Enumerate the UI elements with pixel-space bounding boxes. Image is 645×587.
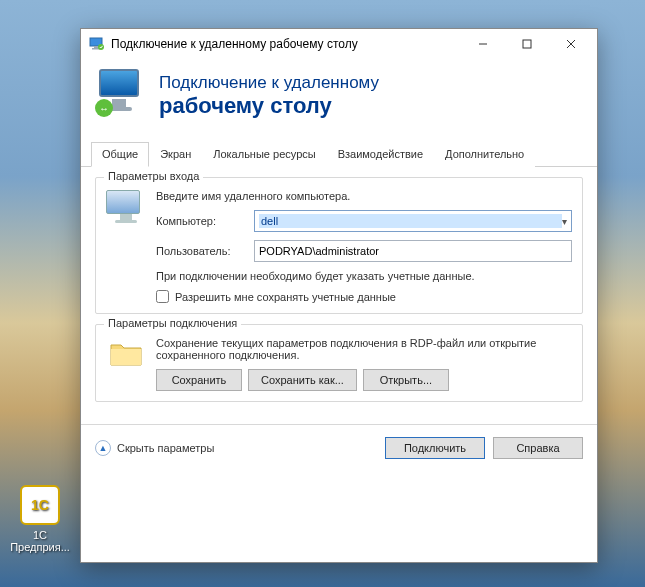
tab-advanced[interactable]: Дополнительно — [434, 142, 535, 167]
rdp-window: Подключение к удаленному рабочему столу … — [80, 28, 598, 563]
chevron-up-icon: ▲ — [95, 440, 111, 456]
credentials-info: При подключении необходимо будет указать… — [156, 270, 572, 282]
tabstrip: Общие Экран Локальные ресурсы Взаимодейс… — [81, 141, 597, 167]
titlebar[interactable]: Подключение к удаленному рабочему столу — [81, 29, 597, 59]
svg-rect-5 — [523, 40, 531, 48]
hide-options-label: Скрыть параметры — [117, 442, 214, 454]
computer-field[interactable]: dell ▾ — [254, 210, 572, 232]
connection-badge-icon: ↔ — [95, 99, 113, 117]
hide-options-toggle[interactable]: ▲ Скрыть параметры — [95, 440, 377, 456]
header: ↔ Подключение к удаленному рабочему стол… — [81, 59, 597, 139]
svg-rect-1 — [94, 46, 98, 48]
footer: ▲ Скрыть параметры Подключить Справка — [81, 424, 597, 471]
tab-body: Параметры входа Введите имя удаленного к… — [81, 167, 597, 424]
user-field[interactable] — [254, 240, 572, 262]
computer-label: Компьютер: — [156, 215, 250, 227]
tab-experience[interactable]: Взаимодействие — [327, 142, 434, 167]
login-group-title: Параметры входа — [104, 170, 203, 182]
save-as-button[interactable]: Сохранить как... — [248, 369, 357, 391]
close-button[interactable] — [549, 30, 593, 58]
login-group: Параметры входа Введите имя удаленного к… — [95, 177, 583, 314]
tab-display[interactable]: Экран — [149, 142, 202, 167]
user-label: Пользователь: — [156, 245, 250, 257]
computer-icon — [106, 190, 146, 223]
computer-value: dell — [259, 214, 562, 228]
connection-group: Параметры подключения Сохранение текущих… — [95, 324, 583, 402]
tab-general[interactable]: Общие — [91, 142, 149, 167]
rdp-hero-icon: ↔ — [97, 69, 145, 123]
open-button[interactable]: Открыть... — [363, 369, 449, 391]
desktop-shortcut-1c[interactable]: 1C 1С Предприя... — [10, 485, 70, 553]
save-button[interactable]: Сохранить — [156, 369, 242, 391]
connection-group-title: Параметры подключения — [104, 317, 241, 329]
maximize-button[interactable] — [505, 30, 549, 58]
save-credentials-checkbox[interactable] — [156, 290, 169, 303]
window-title: Подключение к удаленному рабочему столу — [111, 37, 461, 51]
folder-icon — [106, 337, 146, 371]
header-line1: Подключение к удаленному — [159, 73, 379, 93]
connect-button[interactable]: Подключить — [385, 437, 485, 459]
login-hint: Введите имя удаленного компьютера. — [156, 190, 572, 202]
chevron-down-icon: ▾ — [562, 216, 567, 227]
connection-descr: Сохранение текущих параметров подключени… — [156, 337, 572, 361]
save-credentials-label: Разрешить мне сохранять учетные данные — [175, 291, 396, 303]
desktop-shortcut-label: 1С Предприя... — [10, 529, 70, 553]
1c-icon: 1C — [20, 485, 60, 525]
tab-local-resources[interactable]: Локальные ресурсы — [202, 142, 326, 167]
help-button[interactable]: Справка — [493, 437, 583, 459]
app-icon — [89, 36, 105, 52]
header-line2: рабочему столу — [159, 93, 379, 119]
minimize-button[interactable] — [461, 30, 505, 58]
